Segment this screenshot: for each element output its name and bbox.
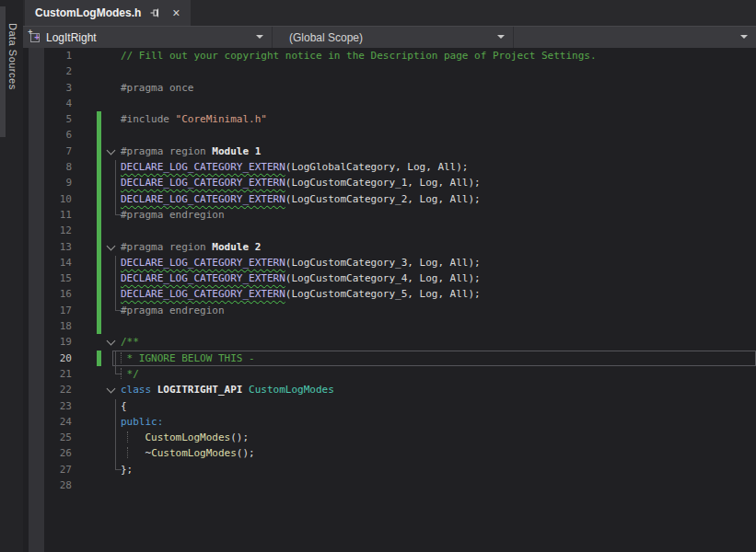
code-line[interactable]: 3#pragma once — [23, 80, 756, 96]
code-line[interactable]: 5#include "CoreMinimal.h" — [23, 111, 756, 127]
code-text[interactable]: #pragma region Module 1 — [121, 144, 261, 159]
code-line[interactable]: 6 — [23, 127, 756, 143]
change-tracking-bar — [97, 159, 101, 175]
cpp-project-icon: ++ — [29, 31, 41, 43]
code-line[interactable]: 23{ — [23, 398, 756, 414]
code-text[interactable]: #pragma region Module 2 — [121, 239, 261, 255]
line-number: 3 — [46, 80, 72, 96]
navigation-bar: ++ LogItRight (Global Scope) — [23, 26, 756, 48]
code-line[interactable]: 26 ~CustomLogModes(); — [23, 445, 756, 461]
code-line[interactable]: 12 — [23, 223, 756, 238]
line-number: 8 — [46, 159, 72, 175]
code-line[interactable]: 20 * IGNORE BELOW THIS - — [23, 351, 756, 366]
code-line[interactable]: 4 — [23, 96, 756, 111]
fold-chevron-icon[interactable] — [105, 382, 118, 397]
code-text[interactable]: #include "CoreMinimal.h" — [121, 111, 267, 127]
code-line[interactable]: 11#pragma endregion — [23, 207, 756, 223]
code-line[interactable]: 17#pragma endregion — [23, 303, 756, 318]
line-number: 18 — [46, 318, 72, 334]
line-number: 4 — [46, 96, 72, 111]
code-line[interactable]: 10DECLARE_LOG_CATEGORY_EXTERN(LogCustomC… — [23, 191, 756, 207]
code-text[interactable]: /** — [121, 334, 139, 350]
code-line[interactable]: 25 CustomLogModes(); — [23, 430, 756, 445]
change-tracking-bar — [97, 286, 101, 302]
change-tracking-bar — [97, 111, 101, 127]
code-text[interactable]: DECLARE_LOG_CATEGORY_EXTERN(LogGlobalCat… — [121, 159, 469, 175]
code-line[interactable]: 14DECLARE_LOG_CATEGORY_EXTERN(LogCustomC… — [23, 255, 756, 270]
close-icon[interactable]: × — [169, 6, 183, 20]
code-line[interactable]: 19/** — [23, 334, 756, 350]
code-text[interactable]: * IGNORE BELOW THIS - — [121, 351, 255, 366]
code-text[interactable]: class LOGITRIGHT_API CustomLogModes — [121, 382, 334, 397]
code-text[interactable]: ~CustomLogModes(); — [121, 445, 255, 461]
code-text[interactable]: // Fill out your copyright notice in the… — [121, 48, 597, 63]
change-tracking-bar — [97, 127, 101, 143]
change-tracking-bar — [97, 255, 101, 270]
code-line[interactable]: 24public: — [23, 414, 756, 430]
change-tracking-bar — [97, 207, 101, 223]
code-line[interactable]: 15DECLARE_LOG_CATEGORY_EXTERN(LogCustomC… — [23, 270, 756, 286]
code-line[interactable]: 1// Fill out your copyright notice in th… — [23, 48, 756, 63]
code-line[interactable]: 28 — [23, 477, 756, 493]
line-number: 16 — [46, 286, 72, 302]
code-text[interactable]: #pragma once — [121, 80, 193, 96]
code-text[interactable]: CustomLogModes(); — [121, 430, 249, 445]
line-number: 22 — [46, 382, 72, 397]
change-tracking-bar — [97, 351, 101, 366]
line-number: 9 — [46, 175, 72, 190]
line-number: 7 — [46, 144, 72, 159]
code-text[interactable]: public: — [121, 414, 163, 430]
code-line[interactable]: 8DECLARE_LOG_CATEGORY_EXTERN(LogGlobalCa… — [23, 159, 756, 175]
code-text[interactable]: #pragma endregion — [121, 303, 225, 318]
code-text[interactable]: DECLARE_LOG_CATEGORY_EXTERN(LogCustomCat… — [121, 270, 481, 286]
fold-chevron-icon[interactable] — [105, 239, 118, 255]
chevron-down-icon — [497, 35, 505, 39]
fold-chevron-icon[interactable] — [105, 334, 118, 350]
scope-dropdown-value: (Global Scope) — [289, 31, 363, 44]
change-tracking-bar — [97, 270, 101, 286]
change-tracking-bar — [97, 191, 101, 207]
project-dropdown[interactable]: ++ LogItRight — [23, 27, 273, 48]
code-text[interactable]: DECLARE_LOG_CATEGORY_EXTERN(LogCustomCat… — [121, 255, 481, 270]
line-number: 26 — [46, 445, 72, 461]
code-text[interactable]: DECLARE_LOG_CATEGORY_EXTERN(LogCustomCat… — [121, 175, 481, 190]
code-text[interactable]: DECLARE_LOG_CATEGORY_EXTERN(LogCustomCat… — [121, 191, 481, 207]
member-dropdown[interactable] — [514, 27, 756, 48]
line-number: 28 — [46, 477, 72, 493]
code-line[interactable]: 16DECLARE_LOG_CATEGORY_EXTERN(LogCustomC… — [23, 286, 756, 302]
fold-guide-line — [115, 160, 122, 215]
fold-guide-line — [115, 399, 122, 471]
project-dropdown-value: LogItRight — [46, 31, 97, 44]
code-text[interactable]: */ — [121, 366, 139, 382]
code-line[interactable]: 18 — [23, 318, 756, 334]
code-line[interactable]: 21 */ — [23, 366, 756, 382]
tab-customlogmodes[interactable]: CustomLogModes.h × — [25, 0, 191, 26]
line-number: 12 — [46, 223, 72, 238]
fold-chevron-icon[interactable] — [105, 144, 118, 159]
line-number: 1 — [46, 48, 72, 63]
line-number: 24 — [46, 414, 72, 430]
change-tracking-bar — [97, 318, 101, 334]
line-number: 20 — [46, 351, 72, 366]
fold-guide-line — [115, 256, 122, 311]
sidebar-tab-data-sources[interactable]: Data Sources — [0, 6, 23, 137]
line-number: 19 — [46, 334, 72, 350]
change-tracking-bar — [97, 144, 101, 159]
code-text[interactable]: }; — [121, 462, 133, 477]
code-text[interactable]: DECLARE_LOG_CATEGORY_EXTERN(LogCustomCat… — [121, 286, 481, 302]
code-text[interactable]: #pragma endregion — [121, 207, 225, 223]
code-line[interactable]: 27}; — [23, 462, 756, 477]
code-editor[interactable]: 1// Fill out your copyright notice in th… — [23, 48, 756, 552]
code-line[interactable]: 13#pragma region Module 2 — [23, 239, 756, 255]
code-line[interactable]: 9DECLARE_LOG_CATEGORY_EXTERN(LogCustomCa… — [23, 175, 756, 190]
change-tracking-bar — [97, 239, 101, 255]
scope-dropdown[interactable]: (Global Scope) — [273, 27, 514, 48]
change-tracking-bar — [97, 223, 101, 238]
document-tab-bar: CustomLogModes.h × — [23, 0, 756, 26]
change-tracking-bar — [97, 175, 101, 190]
pin-icon[interactable] — [147, 6, 162, 20]
code-line[interactable]: 22class LOGITRIGHT_API CustomLogModes — [23, 382, 756, 397]
code-line[interactable]: 7#pragma region Module 1 — [23, 144, 756, 159]
line-number: 21 — [46, 366, 72, 382]
code-line[interactable]: 2 — [23, 63, 756, 79]
